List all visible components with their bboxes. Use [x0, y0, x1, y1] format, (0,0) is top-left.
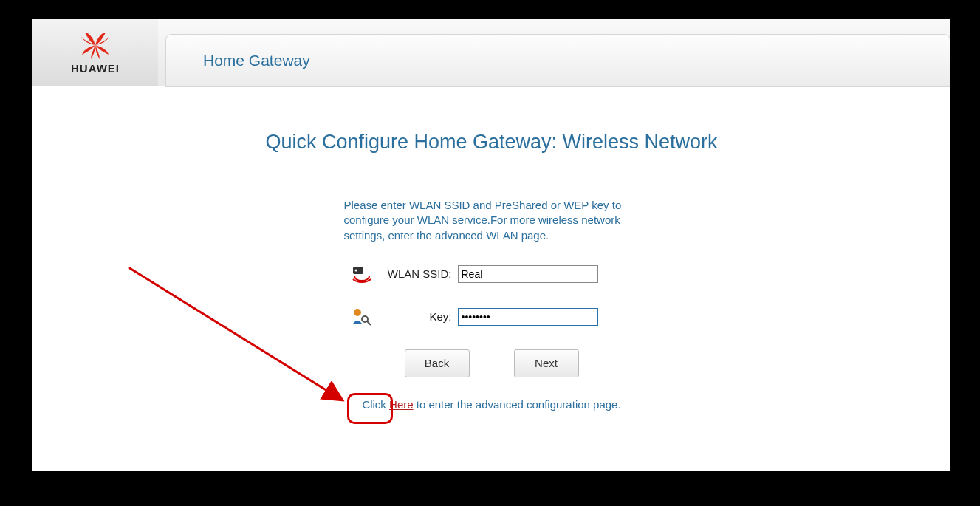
svg-rect-0	[353, 267, 363, 274]
next-button[interactable]: Next	[514, 349, 579, 377]
instructions-text: Please enter WLAN SSID and PreShared or …	[344, 198, 640, 243]
footer-prefix: Click	[362, 398, 389, 411]
wlan-form: WLAN SSID: Key:	[344, 256, 640, 335]
header-title: Home Gateway	[203, 52, 310, 69]
svg-point-3	[362, 316, 368, 322]
ssid-row: WLAN SSID:	[344, 256, 640, 292]
ssid-label: WLAN SSID:	[378, 267, 458, 280]
ssid-input[interactable]	[458, 265, 598, 283]
footer-suffix: to enter the advanced configuration page…	[414, 398, 621, 411]
title-tab: Home Gateway	[165, 34, 950, 87]
svg-line-4	[367, 321, 371, 325]
app-window: HUAWEI Home Gateway Quick Configure Home…	[32, 19, 950, 471]
key-input[interactable]	[458, 308, 598, 326]
button-row: Back Next	[344, 349, 640, 377]
svg-point-2	[354, 309, 361, 316]
brand-logo-box: HUAWEI	[32, 19, 158, 86]
key-row: Key:	[344, 299, 640, 335]
annotation-arrow-icon	[121, 260, 365, 415]
svg-line-5	[129, 267, 343, 400]
footer-line: Click Here to enter the advanced configu…	[32, 398, 950, 411]
header-bar: HUAWEI Home Gateway	[32, 19, 950, 86]
wifi-router-icon	[350, 264, 372, 284]
back-button[interactable]: Back	[405, 349, 470, 377]
user-key-icon	[350, 307, 372, 326]
huawei-flower-icon	[79, 31, 112, 59]
brand-name: HUAWEI	[71, 62, 120, 75]
content-area: Quick Configure Home Gateway: Wireless N…	[32, 86, 950, 411]
page-title: Quick Configure Home Gateway: Wireless N…	[32, 131, 950, 154]
key-label: Key:	[378, 310, 458, 323]
svg-point-1	[354, 269, 357, 271]
advanced-link[interactable]: Here	[389, 398, 414, 411]
